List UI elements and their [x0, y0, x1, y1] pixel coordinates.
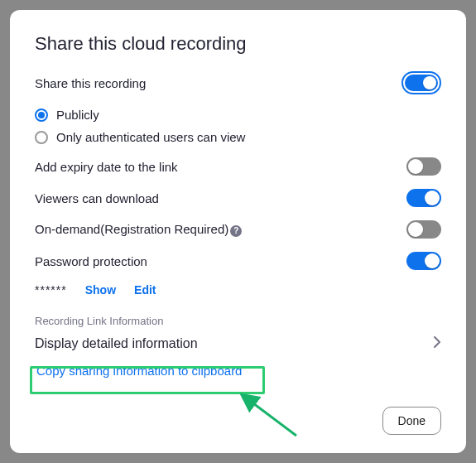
share-recording-row: Share this recording: [35, 71, 441, 94]
chevron-right-icon: [433, 335, 441, 352]
copy-sharing-link[interactable]: Copy sharing information to clipboard: [35, 359, 243, 383]
password-toggle[interactable]: [406, 252, 441, 270]
help-icon[interactable]: ?: [230, 225, 242, 237]
ondemand-label: On-demand(Registration Required)?: [35, 222, 242, 236]
radio-icon: [35, 131, 48, 144]
share-visibility-radio-group: Publicly Only authenticated users can vi…: [35, 108, 441, 144]
modal-title: Share this cloud recording: [35, 33, 441, 55]
password-show-link[interactable]: Show: [85, 283, 116, 297]
display-detail-row[interactable]: Display detailed information: [35, 335, 441, 352]
password-actions: ****** Show Edit: [35, 283, 441, 297]
password-row: Password protection: [35, 252, 441, 270]
share-modal: Share this cloud recording Share this re…: [10, 10, 466, 453]
expiry-label: Add expiry date to the link: [35, 160, 178, 174]
done-button[interactable]: Done: [382, 407, 441, 435]
display-detail-label: Display detailed information: [35, 336, 198, 351]
radio-publicly[interactable]: Publicly: [35, 108, 441, 122]
recording-link-header: Recording Link Information: [35, 315, 441, 327]
share-recording-toggle[interactable]: [401, 71, 441, 94]
password-masked: ******: [35, 283, 67, 297]
expiry-row: Add expiry date to the link: [35, 157, 441, 176]
modal-footer: Done: [382, 407, 441, 435]
radio-icon: [35, 109, 48, 122]
radio-publicly-label: Publicly: [56, 108, 99, 122]
copy-sharing-row: Copy sharing information to clipboard: [35, 359, 441, 383]
download-toggle[interactable]: [406, 189, 441, 207]
download-label: Viewers can download: [35, 191, 159, 205]
ondemand-row: On-demand(Registration Required)?: [35, 220, 441, 239]
radio-authenticated[interactable]: Only authenticated users can view: [35, 130, 441, 144]
ondemand-text: On-demand(Registration Required): [35, 222, 228, 236]
download-row: Viewers can download: [35, 189, 441, 207]
radio-authenticated-label: Only authenticated users can view: [56, 130, 245, 144]
expiry-toggle[interactable]: [406, 157, 441, 176]
ondemand-toggle[interactable]: [406, 220, 441, 239]
password-label: Password protection: [35, 254, 147, 268]
share-recording-label: Share this recording: [35, 76, 146, 90]
password-edit-link[interactable]: Edit: [134, 283, 156, 297]
